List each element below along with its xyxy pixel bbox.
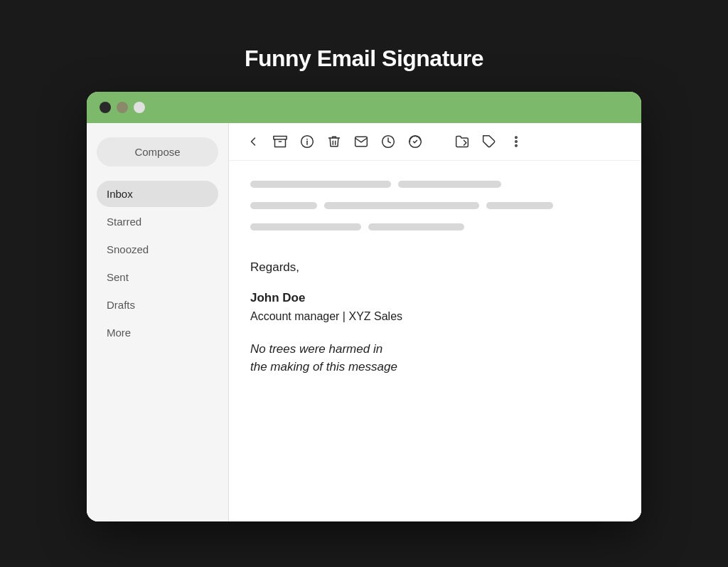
svg-point-8 <box>515 137 518 139</box>
svg-point-10 <box>515 145 518 147</box>
main-content: Regards, John Doe Account manager | XYZ … <box>229 123 641 521</box>
skeleton-line <box>250 223 361 230</box>
sidebar-item-more[interactable]: More <box>97 319 218 346</box>
sidebar: Compose Inbox Starred Snoozed Sent Draft… <box>87 123 229 521</box>
skeleton-line <box>368 223 464 230</box>
sidebar-item-sent[interactable]: Sent <box>97 264 218 290</box>
skeleton-line <box>486 202 553 209</box>
email-header-skeleton <box>250 181 620 238</box>
funny-signature-line1: No trees were harmed in <box>250 340 620 359</box>
funny-signature-line2: the making of this message <box>250 358 620 376</box>
sidebar-item-snoozed[interactable]: Snoozed <box>97 236 218 263</box>
minimize-button[interactable] <box>117 102 128 113</box>
skeleton-line <box>250 202 317 209</box>
archive-icon[interactable] <box>273 134 287 149</box>
skeleton-line <box>398 181 502 188</box>
browser-titlebar <box>87 92 641 123</box>
browser-window: Compose Inbox Starred Snoozed Sent Draft… <box>87 92 641 521</box>
sidebar-item-starred[interactable]: Starred <box>97 208 218 235</box>
email-body: Regards, John Doe Account manager | XYZ … <box>229 161 641 396</box>
signature-name: John Doe <box>250 288 620 307</box>
browser-body: Compose Inbox Starred Snoozed Sent Draft… <box>87 123 641 521</box>
move-folder-icon[interactable] <box>455 134 469 149</box>
sidebar-item-inbox[interactable]: Inbox <box>97 181 218 207</box>
svg-rect-0 <box>274 137 287 139</box>
skeleton-line <box>250 181 391 188</box>
signature-title: Account manager | XYZ Sales <box>250 307 620 326</box>
check-circle-icon[interactable] <box>408 134 422 149</box>
mail-icon[interactable] <box>354 134 368 149</box>
close-button[interactable] <box>100 102 111 113</box>
sidebar-item-drafts[interactable]: Drafts <box>97 292 218 318</box>
clock-icon[interactable] <box>381 134 395 149</box>
toolbar <box>229 123 641 161</box>
maximize-button[interactable] <box>134 102 145 113</box>
back-icon[interactable] <box>246 134 260 149</box>
email-content: Regards, John Doe Account manager | XYZ … <box>250 258 620 376</box>
skeleton-line <box>324 202 479 209</box>
delete-icon[interactable] <box>327 134 341 149</box>
regards-text: Regards, <box>250 258 620 277</box>
info-icon[interactable] <box>300 134 314 149</box>
more-icon[interactable] <box>509 134 523 149</box>
svg-point-9 <box>515 141 518 143</box>
page-title: Funny Email Signature <box>245 46 483 72</box>
label-icon[interactable] <box>482 134 496 149</box>
compose-button[interactable]: Compose <box>97 137 218 166</box>
